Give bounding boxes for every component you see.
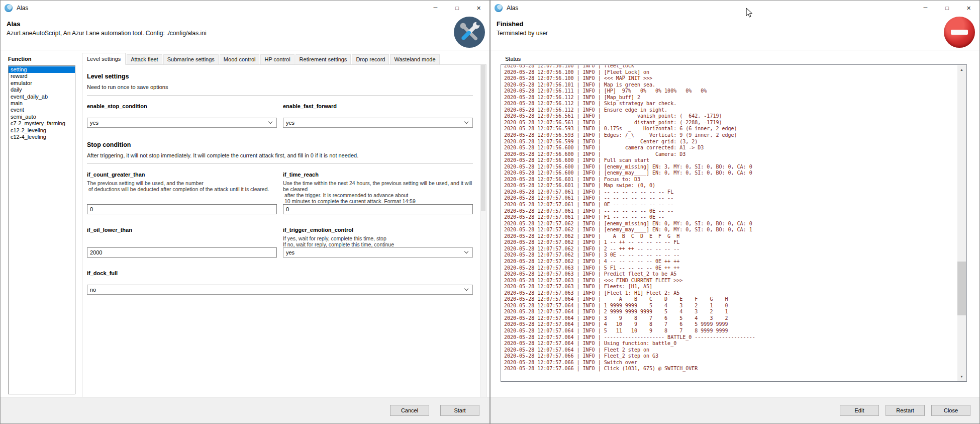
cancel-button[interactable]: Cancel [390, 405, 429, 416]
field-if-trigger-emotion-control: if_trigger_emotion_controlIf yes, wait f… [283, 227, 473, 258]
log-line: 2020-05-28 12:07:57.064 | INFO | 5 11 10… [504, 328, 957, 334]
tab-retirement-settings[interactable]: Retirement settings [296, 54, 351, 64]
log-line: 2020-05-28 12:07:57.064 | INFO | Fleet 2… [504, 347, 957, 354]
alas-runner-window: Alas – □ ✕ Finished Terminated by user S… [490, 0, 980, 424]
page-subtitle: AzurLaneAutoScript, An Azur Lane automat… [7, 30, 483, 37]
log-line: 2020-05-28 12:07:57.066 | INFO | Fleet_2… [504, 353, 957, 360]
log-line: 2020-05-28 12:07:56.601 | INFO | Focus t… [504, 177, 957, 183]
desktop: { "colors": { "accent": "#0078d7", "sele… [0, 0, 980, 424]
log-line: 2020-05-28 12:07:57.064 | INFO | -------… [504, 334, 957, 341]
settings-panel: Level settingsNeed to run once to save o… [82, 64, 486, 398]
log-line: 2020-05-28 12:07:57.061 | INFO | -- -- -… [504, 195, 957, 202]
if-oil-lower-than-input[interactable]: 2000 [87, 247, 277, 258]
tab-wasteland-mode[interactable]: Wasteland mode [390, 54, 439, 64]
sidebar-item-c7-2-mystery-farming[interactable]: c7-2_mystery_farming [9, 120, 75, 127]
header: Finished Terminated by user [491, 16, 979, 50]
scroll-up-icon[interactable]: ▲ [957, 65, 966, 74]
sidebar-item-c12-4-leveling[interactable]: c12-4_leveling [9, 134, 75, 140]
enable-stop-condition-label: enable_stop_condition [87, 103, 277, 109]
start-button[interactable]: Start [440, 405, 479, 416]
scrollbar-thumb[interactable] [481, 65, 485, 211]
field-if-time-reach: if_time_reachUse the time within the nex… [283, 172, 473, 214]
footer-bar: CancelStart [1, 397, 489, 423]
log-line: 2020-05-28 12:07:56.101 | INFO | Map is … [504, 82, 957, 89]
section-subtitle: Need to run once to save options [87, 84, 473, 90]
log-line: 2020-05-28 12:07:56.100 | INFO | fleet_l… [504, 65, 957, 69]
tab-mood-control[interactable]: Mood control [220, 54, 260, 64]
status-log[interactable]: 2020-05-28 12:07:56.100 | INFO | fleet_l… [502, 65, 957, 381]
log-line: 2020-05-28 12:07:57.062 | INFO | 2 -- ++… [504, 246, 957, 252]
log-line: 2020-05-28 12:07:56.593 | INFO | 0.175s … [504, 126, 957, 132]
sidebar-item-emulator[interactable]: emulator [9, 80, 75, 87]
restart-button[interactable]: Restart [886, 405, 925, 416]
maximize-button[interactable]: □ [446, 1, 468, 16]
section-heading-stop-condition: Stop condition [87, 141, 473, 148]
section-divider [87, 95, 473, 96]
log-line: 2020-05-28 12:07:57.062 | INFO | 1 -- ++… [504, 239, 957, 246]
log-line: 2020-05-28 12:07:57.062 | INFO | A B C D… [504, 233, 957, 240]
close-button[interactable]: ✕ [958, 1, 979, 16]
sidebar-item-setting[interactable]: setting [9, 66, 75, 73]
tab-hp-control[interactable]: HP control [260, 54, 294, 64]
if-count-greater-than-input[interactable]: 0 [87, 204, 277, 214]
if-dock-full-select[interactable]: no [87, 285, 473, 295]
function-list[interactable]: settingrewardemulatordailyevent_daily_ab… [8, 65, 75, 394]
sidebar-item-daily[interactable]: daily [9, 87, 75, 93]
log-line: 2020-05-28 12:07:56.112 | INFO | [Map_bu… [504, 95, 957, 101]
window-title: Alas [507, 5, 518, 12]
if-oil-lower-than-label: if_oil_lower_than [87, 227, 277, 233]
log-scrollbar[interactable]: ▲ ▼ [957, 65, 966, 381]
field-if-dock-full: if_dock_fullno [87, 270, 473, 295]
log-line: 2020-05-28 12:07:56.100 | INFO | [Fleet_… [504, 69, 957, 76]
alas-app-icon [5, 4, 13, 12]
tab-attack-fleet[interactable]: Attack fleet [127, 54, 162, 64]
log-line: 2020-05-28 12:07:56.561 | INFO | vanish_… [504, 113, 957, 120]
tab-level-settings[interactable]: Level settings [82, 53, 126, 65]
tab-bar: Level settingsAttack fleetSubmarine sett… [82, 52, 485, 64]
scroll-down-icon[interactable]: ▼ [957, 372, 966, 381]
titlebar[interactable]: Alas – □ ✕ [1, 1, 489, 16]
if-trigger-emotion-control-select[interactable]: yes [283, 247, 473, 258]
log-line: 2020-05-28 12:07:57.066 | INFO | Switch … [504, 360, 957, 366]
scrollbar-thumb[interactable] [957, 262, 966, 315]
close-button[interactable]: ✕ [468, 1, 489, 16]
log-line: 2020-05-28 12:07:56.600 | INFO | Full sc… [504, 157, 957, 164]
chevron-down-icon [464, 120, 468, 124]
alas-app-icon [495, 4, 503, 12]
settings-scrollbar[interactable] [480, 65, 486, 397]
if-dock-full-value: no [90, 287, 96, 293]
if-time-reach-label: if_time_reach [283, 172, 473, 178]
titlebar[interactable]: Alas – □ ✕ [491, 1, 979, 16]
log-line: 2020-05-28 12:07:56.600 | INFO | Camera:… [504, 151, 957, 158]
edit-button[interactable]: Edit [840, 405, 879, 416]
enable-stop-condition-select[interactable]: yes [87, 118, 277, 128]
log-line: 2020-05-28 12:07:56.600 | INFO | camera … [504, 145, 957, 151]
close-button[interactable]: Close [931, 405, 970, 416]
minimize-button[interactable]: – [425, 1, 446, 16]
sidebar-item-c12-2-leveling[interactable]: c12-2_leveling [9, 127, 75, 134]
sidebar-item-main[interactable]: main [9, 100, 75, 107]
chevron-down-icon [464, 249, 468, 253]
sidebar-item-event-daily-ab[interactable]: event_daily_ab [9, 94, 75, 100]
enable-fast-forward-value: yes [286, 120, 295, 126]
log-line: 2020-05-28 12:07:56.111 | INFO | [HP] 97… [504, 88, 957, 95]
if-trigger-emotion-control-label: if_trigger_emotion_control [283, 227, 473, 233]
if-time-reach-input[interactable]: 0 [283, 204, 473, 214]
tab-drop-record[interactable]: Drop record [352, 54, 389, 64]
field-if-count-greater-than: if_count_greater_thanThe previous settin… [87, 172, 277, 214]
if-trigger-emotion-control-help: If yes, wait for reply, complete this ti… [283, 235, 473, 247]
maximize-button[interactable]: □ [936, 1, 958, 16]
minimize-button[interactable]: – [915, 1, 936, 16]
log-line: 2020-05-28 12:07:57.063 | INFO | 5 F1 --… [504, 265, 957, 272]
caption-buttons: – □ ✕ [425, 1, 489, 16]
field-if-oil-lower-than: if_oil_lower_than2000 [87, 227, 277, 258]
if-dock-full-label: if_dock_full [87, 270, 473, 276]
sidebar-item-semi-auto[interactable]: semi_auto [9, 114, 75, 120]
tab-submarine-settings[interactable]: Submarine settings [163, 54, 219, 64]
minimize-icon: – [924, 4, 928, 11]
enable-fast-forward-select[interactable]: yes [283, 118, 473, 128]
log-line: 2020-05-28 12:07:57.064 | INFO | 2 9999 … [504, 309, 957, 315]
log-line: 2020-05-28 12:07:57.062 | INFO | [enemy_… [504, 221, 957, 227]
sidebar-item-event[interactable]: event [9, 107, 75, 113]
sidebar-item-reward[interactable]: reward [9, 73, 75, 79]
